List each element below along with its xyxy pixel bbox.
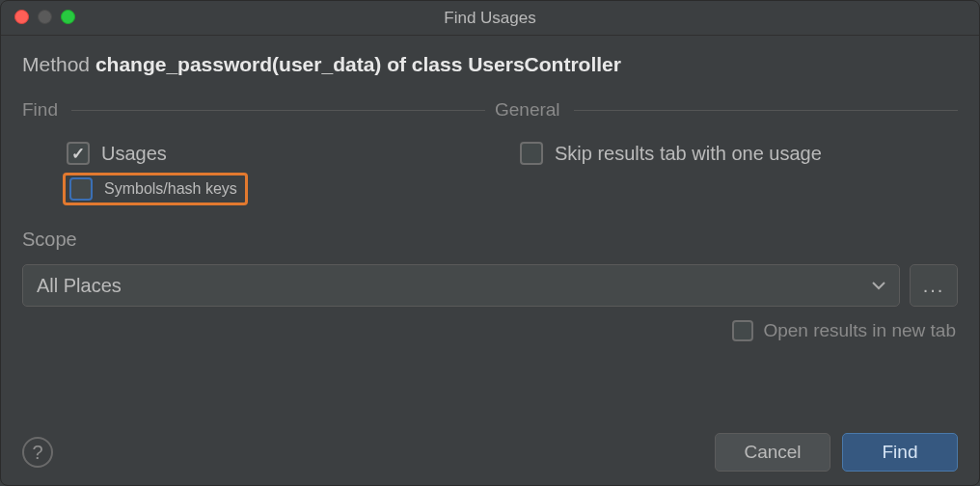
find-section-header: Find — [22, 99, 485, 121]
close-icon[interactable] — [14, 10, 29, 24]
divider — [574, 110, 958, 111]
general-section-title: General — [495, 99, 560, 121]
find-section: Find Usages Symbols/hash keys — [22, 99, 485, 205]
find-section-title: Find — [22, 99, 58, 121]
general-section: General Skip results tab with one usage — [495, 99, 958, 205]
find-label: Find — [883, 442, 918, 463]
divider — [71, 110, 485, 111]
find-button[interactable]: Find — [842, 433, 958, 472]
window-controls — [14, 10, 75, 24]
symbols-label: Symbols/hash keys — [104, 180, 237, 198]
options-sections: Find Usages Symbols/hash keys General — [22, 99, 958, 205]
subject-line: Method change_password(user_data) of cla… — [22, 53, 958, 76]
usages-checkbox[interactable] — [67, 142, 90, 165]
dialog-body: Method change_password(user_data) of cla… — [1, 36, 979, 433]
symbols-option[interactable]: Symbols/hash keys — [63, 173, 248, 205]
open-new-tab-label: Open results in new tab — [763, 320, 956, 341]
skip-results-option[interactable]: Skip results tab with one usage — [495, 138, 958, 169]
scope-selected: All Places — [37, 275, 122, 297]
skip-results-label: Skip results tab with one usage — [555, 143, 822, 165]
chevron-down-icon — [872, 281, 885, 290]
find-usages-dialog: Find Usages Method change_password(user_… — [0, 0, 980, 486]
subject-prefix: Method — [22, 53, 95, 75]
general-section-header: General — [495, 99, 958, 121]
help-button[interactable]: ? — [22, 437, 53, 468]
dots-label: ... — [923, 275, 945, 297]
scope-title: Scope — [22, 229, 958, 251]
subject-signature: change_password(user_data) of class User… — [95, 53, 621, 75]
zoom-icon[interactable] — [61, 10, 75, 24]
skip-results-checkbox[interactable] — [520, 142, 543, 165]
cancel-button[interactable]: Cancel — [715, 433, 830, 472]
dialog-footer: ? Cancel Find — [1, 433, 979, 485]
minimize-icon[interactable] — [38, 10, 52, 24]
titlebar: Find Usages — [1, 1, 979, 36]
symbols-checkbox[interactable] — [69, 177, 93, 201]
help-icon: ? — [32, 442, 42, 464]
usages-option[interactable]: Usages — [22, 138, 485, 169]
open-new-tab-checkbox[interactable] — [732, 320, 753, 341]
scope-dropdown[interactable]: All Places — [22, 264, 900, 307]
usages-label: Usages — [101, 143, 167, 165]
window-title: Find Usages — [1, 9, 979, 28]
cancel-label: Cancel — [744, 442, 801, 463]
scope-row: All Places ... — [22, 264, 958, 307]
open-new-tab-option[interactable]: Open results in new tab — [22, 320, 958, 341]
scope-browse-button[interactable]: ... — [910, 264, 958, 307]
